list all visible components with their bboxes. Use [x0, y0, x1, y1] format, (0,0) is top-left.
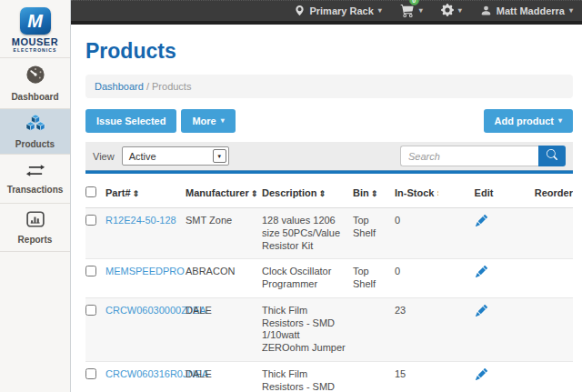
- pencil-icon[interactable]: [476, 371, 487, 382]
- manufacturer-cell: DALE: [186, 361, 262, 392]
- edit-cell: [438, 208, 529, 259]
- in-stock-cell: 0: [395, 259, 438, 298]
- sidebar-item-dashboard[interactable]: Dashboard: [0, 58, 70, 109]
- row-checkbox[interactable]: [85, 368, 96, 379]
- search-input[interactable]: [400, 146, 538, 166]
- edit-cell: [438, 297, 529, 361]
- more-label: More: [192, 116, 216, 126]
- sort-icon: ⇕: [371, 189, 378, 198]
- cubes-icon: [24, 114, 47, 136]
- in-stock-cell: 0: [395, 208, 438, 259]
- reorder-cell: [529, 259, 573, 298]
- products-table: Part#⇕Manufacturer⇕Description⇕Bin⇕In-St…: [85, 183, 573, 392]
- issue-selected-label: Issue Selected: [96, 116, 166, 126]
- table-row: MEMSPEEDPROABRACONClock Oscillator Progr…: [85, 259, 573, 298]
- bin-cell: Top Shelf: [353, 259, 395, 298]
- location-label: Primary Rack: [309, 5, 373, 16]
- column-header-label: Edit: [475, 187, 494, 198]
- user-menu[interactable]: Matt Madderra ▾: [480, 5, 573, 18]
- mouser-monogram-icon: M: [20, 7, 51, 35]
- sidebar-item-label: Products: [15, 139, 55, 149]
- column-header-label: Bin: [353, 187, 369, 198]
- column-header-part-[interactable]: Part#⇕: [105, 183, 186, 208]
- column-header-label: Reorder: [535, 187, 573, 198]
- sidebar-item-products[interactable]: Products: [0, 109, 70, 155]
- row-checkbox[interactable]: [85, 215, 96, 226]
- breadcrumb-current: Products: [152, 81, 191, 92]
- location-pin-icon: [295, 5, 305, 18]
- manufacturer-cell: ABRACON: [186, 259, 262, 298]
- column-header-reorder: Reorder: [529, 183, 573, 208]
- sidebar-item-transactions[interactable]: Transactions: [0, 155, 70, 204]
- in-stock-cell: 23: [395, 297, 438, 361]
- chevron-down-icon: ▾: [378, 7, 382, 15]
- description-cell: Thick Film Resistors - SMD 1/10watt ZERO…: [262, 297, 353, 361]
- location-selector[interactable]: Primary Rack ▾: [295, 5, 381, 18]
- bin-cell: [353, 297, 395, 361]
- column-header-edit: Edit: [438, 183, 529, 208]
- sidebar: M MOUSER ELECTRONICS Dashboard: [0, 0, 71, 392]
- chevron-down-icon: ▾: [569, 7, 573, 15]
- row-checkbox[interactable]: [85, 266, 96, 276]
- breadcrumb-dashboard-link[interactable]: Dashboard: [95, 81, 144, 92]
- add-product-button[interactable]: Add product▾: [484, 109, 573, 133]
- chevron-down-icon: ▾: [221, 117, 225, 125]
- view-group: View Active ▼: [93, 146, 229, 166]
- gear-icon: [441, 4, 454, 18]
- chevron-down-icon: ▾: [419, 7, 423, 15]
- select-all-checkbox[interactable]: [85, 186, 96, 197]
- part-number-link[interactable]: MEMSPEEDPRO: [105, 266, 185, 276]
- column-header-bin[interactable]: Bin⇕: [353, 183, 395, 208]
- toolbar-left-group: Issue Selected More▾: [85, 109, 236, 133]
- accent-divider: [85, 170, 573, 174]
- cart-menu[interactable]: 0 ▾: [400, 4, 423, 19]
- bar-chart-icon: [26, 211, 45, 231]
- reorder-cell: [529, 361, 573, 392]
- search-button[interactable]: [538, 146, 566, 166]
- edit-cell: [438, 361, 529, 392]
- settings-menu[interactable]: ▾: [441, 4, 462, 18]
- bin-cell: [353, 361, 395, 392]
- user-name: Matt Madderra: [497, 5, 565, 16]
- view-select[interactable]: Active ▼: [122, 146, 229, 166]
- toolbar: Issue Selected More▾ Add product▾: [85, 109, 573, 133]
- pencil-icon[interactable]: [476, 217, 487, 228]
- column-header-description[interactable]: Description⇕: [262, 183, 353, 208]
- brand-logo[interactable]: M MOUSER ELECTRONICS: [0, 0, 70, 58]
- in-stock-cell: 15: [395, 361, 438, 392]
- breadcrumb: Dashboard / Products: [85, 75, 573, 98]
- part-number-link[interactable]: R12E24-50-128: [105, 215, 176, 226]
- table-header-row: Part#⇕Manufacturer⇕Description⇕Bin⇕In-St…: [85, 183, 573, 208]
- main-content: Products Dashboard / Products Issue Sele…: [71, 25, 582, 392]
- more-button[interactable]: More▾: [181, 109, 235, 133]
- sort-icon: ⇕: [251, 189, 258, 198]
- pencil-icon[interactable]: [476, 268, 487, 279]
- view-label: View: [93, 151, 115, 162]
- chevron-down-icon: ▾: [558, 117, 562, 125]
- sort-icon: ⇕: [133, 189, 140, 198]
- pencil-icon[interactable]: [476, 307, 487, 318]
- issue-selected-button[interactable]: Issue Selected: [85, 109, 176, 133]
- column-header-in-stock[interactable]: In-Stock⇕: [395, 183, 438, 208]
- view-select-value: Active: [129, 151, 156, 162]
- sidebar-item-label: Transactions: [7, 185, 64, 195]
- topbar: Primary Rack ▾ 0 ▾ ▾ Matt Madderra ▾: [71, 0, 582, 25]
- column-header-manufacturer[interactable]: Manufacturer⇕: [186, 183, 262, 208]
- column-header-label: Manufacturer: [186, 187, 249, 198]
- row-checkbox[interactable]: [85, 305, 96, 316]
- gauge-icon: [25, 65, 45, 88]
- table-row: CRCW06030000Z0EADALEThick Film Resistors…: [85, 297, 573, 361]
- bin-cell: Top Shelf: [353, 208, 395, 259]
- description-cell: Thick Film Resistors - SMD 1/10watt 16oh…: [262, 361, 353, 392]
- cart-icon: 0: [400, 4, 415, 19]
- edit-cell: [438, 259, 529, 298]
- user-icon: [480, 5, 492, 18]
- sidebar-item-reports[interactable]: Reports: [0, 204, 70, 252]
- column-header-label: Description: [262, 187, 317, 198]
- cart-count-badge: 0: [409, 0, 419, 5]
- sort-icon: ⇕: [436, 189, 438, 198]
- sidebar-item-label: Dashboard: [11, 92, 58, 102]
- table-row: CRCW060316R0JNEADALEThick Film Resistors…: [85, 361, 573, 392]
- brand-subtitle: ELECTRONICS: [14, 47, 57, 54]
- manufacturer-cell: SMT Zone: [186, 208, 262, 259]
